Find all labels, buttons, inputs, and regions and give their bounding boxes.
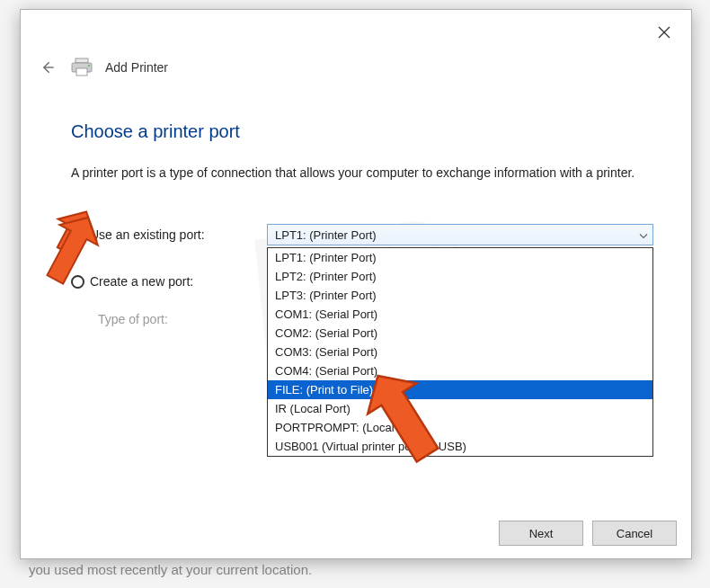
svg-point-6 (88, 65, 90, 67)
existing-port-row: Use an existing port: LPT1: (Printer Por… (71, 224, 653, 245)
header-row: Add Printer (37, 57, 168, 78)
printer-icon (69, 58, 94, 77)
port-option[interactable]: COM2: (Serial Port) (268, 324, 652, 343)
port-option[interactable]: IR (Local Port) (268, 399, 652, 418)
port-option[interactable]: LPT3: (Printer Port) (268, 286, 652, 305)
port-option[interactable]: COM4: (Serial Port) (268, 361, 652, 380)
port-option[interactable]: LPT2: (Printer Port) (268, 267, 652, 286)
port-option[interactable]: COM1: (Serial Port) (268, 305, 652, 324)
create-new-port-label: Create a new port: (90, 274, 193, 289)
type-of-port-label: Type of port: (71, 312, 267, 326)
back-button[interactable] (37, 57, 58, 78)
background-text: you used most recently at your current l… (29, 562, 312, 577)
port-option[interactable]: PORTPROMPT: (Local Port) (268, 418, 652, 437)
port-option[interactable]: USB001 (Virtual printer port for USB) (268, 437, 652, 456)
add-printer-dialog: PC Add Printer Choose a printer port A p… (20, 9, 692, 559)
svg-rect-5 (76, 68, 87, 76)
port-option[interactable]: COM3: (Serial Port) (268, 343, 652, 361)
svg-rect-3 (75, 58, 88, 63)
chevron-down-icon (639, 228, 648, 242)
dialog-title: Add Printer (105, 60, 168, 75)
next-button[interactable]: Next (499, 521, 583, 546)
page-description: A printer port is a type of connection t… (71, 165, 646, 182)
port-dropdown-list[interactable]: LPT1: (Printer Port)LPT2: (Printer Port)… (267, 247, 653, 457)
close-icon (658, 26, 670, 39)
existing-port-combo[interactable]: LPT1: (Printer Port) (267, 224, 653, 245)
create-new-port-radio[interactable] (71, 275, 84, 289)
cancel-button[interactable]: Cancel (592, 521, 677, 546)
back-arrow-icon (39, 58, 57, 76)
use-existing-port-radio[interactable] (71, 228, 84, 242)
close-button[interactable] (648, 19, 680, 46)
existing-port-combo-value: LPT1: (Printer Port) (275, 228, 377, 242)
port-option-file[interactable]: FILE: (Print to File) (268, 380, 652, 399)
use-existing-port-label: Use an existing port: (90, 227, 205, 242)
page-heading: Choose a printer port (71, 121, 240, 142)
port-option[interactable]: LPT1: (Printer Port) (268, 248, 652, 267)
button-bar: Next Cancel (499, 521, 677, 546)
